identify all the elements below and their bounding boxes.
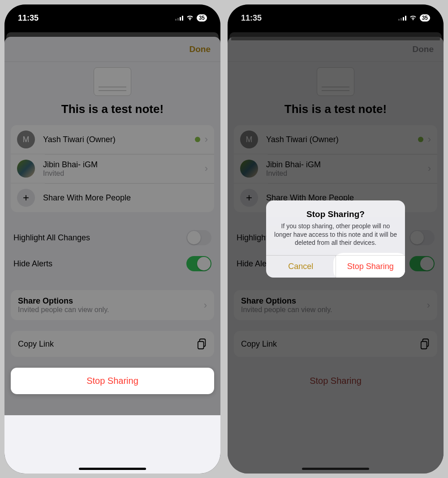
status-right: 35 [398, 13, 430, 23]
stop-sharing-button[interactable]: Stop Sharing [11, 368, 214, 394]
screenshot-left: 11:35 35 Done This is a test note! M Yas… [4, 4, 220, 474]
battery-icon: 35 [420, 14, 430, 22]
status-bar: 11:35 35 [228, 4, 444, 31]
screenshot-right: 11:35 35 Done This is a test note! M Yas… [228, 4, 444, 474]
stop-sharing-label: Stop Sharing [86, 376, 138, 386]
wifi-icon [409, 13, 417, 23]
alert-container: Stop Sharing? If you stop sharing, other… [228, 4, 444, 474]
alert-title: Stop Sharing? [274, 209, 397, 219]
signal-icon [398, 15, 406, 21]
status-time: 11:35 [18, 13, 39, 23]
signal-icon [175, 15, 183, 21]
status-time: 11:35 [241, 13, 262, 23]
alert-cancel-button[interactable]: Cancel [266, 256, 336, 278]
dim-overlay [4, 4, 220, 415]
status-right: 35 [175, 13, 207, 23]
battery-icon: 35 [197, 14, 207, 22]
alert-confirm-button[interactable]: Stop Sharing [336, 256, 405, 278]
alert-message: If you stop sharing, other people will n… [274, 222, 397, 248]
wifi-icon [186, 13, 194, 23]
home-indicator[interactable] [79, 468, 146, 470]
stop-sharing-alert: Stop Sharing? If you stop sharing, other… [266, 200, 405, 278]
status-bar: 11:35 35 [4, 4, 220, 31]
